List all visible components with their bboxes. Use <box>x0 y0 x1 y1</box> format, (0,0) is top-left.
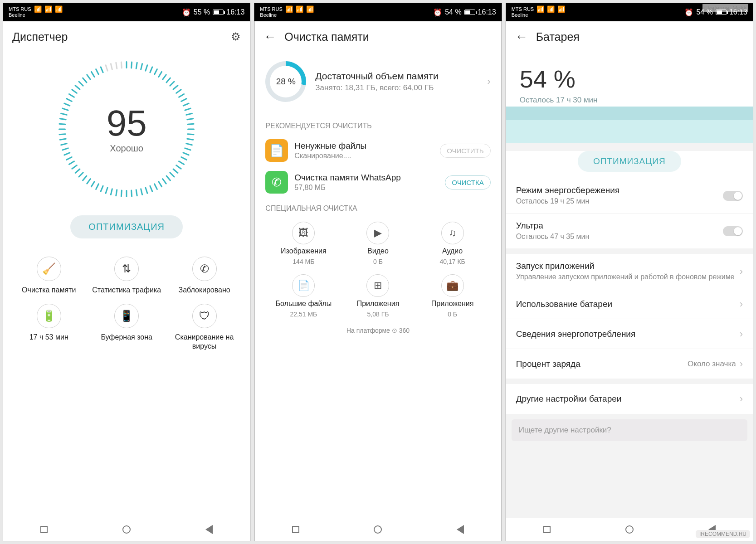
settings-row[interactable]: Запуск приложений Управление запуском пр… <box>506 254 753 289</box>
settings-row[interactable]: Сведения энергопотребления › <box>506 319 753 349</box>
recommend-row: ✆ Очистка памяти WhatsApp 57,80 МБ ОЧИСТ… <box>254 166 501 198</box>
gear-icon[interactable]: ⚙ <box>231 30 241 43</box>
special-title: Большие файлы <box>276 300 332 308</box>
rec-title: Ненужные файлы <box>294 141 434 151</box>
battery-pct-large: 54 % <box>520 65 739 93</box>
special-item[interactable]: 🖼 Изображения 144 МБ <box>268 222 339 265</box>
search-suggestion[interactable]: Ищете другие настройки? <box>512 419 747 441</box>
optimize-button[interactable]: ОПТИМИЗАЦИЯ <box>578 151 681 172</box>
alarm-icon: ⏰ <box>433 8 442 17</box>
signal-icon <box>55 6 63 13</box>
special-item[interactable]: ⊞ Приложения 5,08 ГБ <box>342 274 413 318</box>
battery-icon <box>213 10 224 15</box>
header: Диспетчер ⚙ <box>3 21 250 52</box>
back-arrow-icon[interactable]: ← <box>515 29 528 44</box>
page-title: Очистка памяти <box>284 30 492 44</box>
toggle-row: Ультра Осталось 47 ч 35 мин <box>506 213 753 248</box>
special-size: 0 Б <box>448 311 457 318</box>
signal-icon <box>44 6 52 13</box>
row-sub: Осталось 47 ч 35 мин <box>516 232 723 241</box>
rec-sub: Сканирование.... <box>294 152 434 160</box>
settings-row[interactable]: Процент заряда Около значка › <box>506 349 753 379</box>
phone-cleanup: MTS RUS Beeline ⏰ 54 % 16:13 ← Очистка п… <box>254 3 502 541</box>
rec-sub: 57,80 МБ <box>294 184 439 192</box>
signal-icon <box>557 6 565 13</box>
nav-home-icon[interactable] <box>374 525 382 534</box>
toggle-switch[interactable] <box>723 226 743 236</box>
carrier-2: Beeline <box>512 12 534 18</box>
tool-icon: 📱 <box>114 304 139 328</box>
battery-remaining: Осталось 17 ч 30 мин <box>520 96 739 105</box>
section-special: СПЕЦИАЛЬНАЯ ОЧИСТКА <box>254 198 501 217</box>
tool-label: Сканирование на вирусы <box>168 333 241 351</box>
special-title: Приложения <box>431 300 474 308</box>
battery-icon <box>464 10 475 15</box>
memory-sub: Занято: 18,31 ГБ, всего: 64,00 ГБ <box>315 83 478 92</box>
row-other-settings[interactable]: Другие настройки батареи › <box>506 384 753 414</box>
signal-icon <box>296 6 303 13</box>
special-item[interactable]: 📄 Большие файлы 22,51 МБ <box>268 274 339 318</box>
clean-button: ОЧИСТИТЬ <box>440 144 490 158</box>
clean-button[interactable]: ОЧИСТКА <box>445 175 490 189</box>
special-icon: 📄 <box>292 274 315 297</box>
nav-back-icon[interactable] <box>457 525 464 534</box>
row-title: Режим энергосбережения <box>516 185 723 195</box>
tool-item[interactable]: 🛡 Сканирование на вирусы <box>168 304 241 351</box>
row-sub: Управление запуском приложений и работой… <box>516 272 740 282</box>
special-icon: ♫ <box>441 222 464 244</box>
tool-icon: 🔋 <box>37 304 61 328</box>
header: ← Батарея <box>506 21 753 52</box>
optimize-button[interactable]: ОПТИМИЗАЦИЯ <box>70 215 183 238</box>
special-icon: 🖼 <box>292 222 315 244</box>
special-title: Приложения <box>357 300 400 308</box>
tool-item[interactable]: 📱 Буферная зона <box>90 304 163 351</box>
toggle-switch[interactable] <box>723 191 743 201</box>
nav-home-icon[interactable] <box>122 525 131 534</box>
app-icon: ✆ <box>265 171 288 194</box>
back-arrow-icon[interactable]: ← <box>263 29 276 44</box>
signal-icon <box>537 6 544 13</box>
special-icon: 💼 <box>441 274 464 297</box>
carrier-2: Beeline <box>9 12 31 18</box>
chevron-right-icon: › <box>740 393 743 405</box>
special-title: Изображения <box>281 247 327 255</box>
memory-title: Достаточный объем памяти <box>315 71 478 82</box>
row-title: Процент заряда <box>516 359 688 369</box>
statusbar: MTS RUS Beeline ⏰ 54 % 16:13 <box>254 3 501 21</box>
score-dial: 95 Хорошо <box>59 61 195 197</box>
settings-row[interactable]: Использование батареи › <box>506 289 753 319</box>
battery-pct: 55 % <box>194 8 210 16</box>
tool-item[interactable]: 🔋 17 ч 53 мин <box>12 304 85 351</box>
special-item[interactable]: ▶ Видео 0 Б <box>342 222 413 265</box>
carrier-2: Beeline <box>260 12 283 18</box>
carrier-1: MTS RUS <box>260 6 283 12</box>
tool-item[interactable]: 🧹 Очистка памяти <box>12 257 85 295</box>
special-size: 0 Б <box>373 258 383 265</box>
nav-recent-icon[interactable] <box>292 526 299 533</box>
page-title: Диспетчер <box>12 30 223 44</box>
row-title: Сведения энергопотребления <box>516 329 740 339</box>
special-title: Аудио <box>442 247 463 255</box>
statusbar: MTS RUS Beeline ⏰ 55 % 16:13 <box>3 3 250 21</box>
memory-summary-row[interactable]: 28 % Достаточный объем памяти Занято: 18… <box>254 52 501 116</box>
battery-icon <box>716 10 727 15</box>
nav-recent-icon[interactable] <box>543 526 551 533</box>
phone-battery: Ekaterina_Mokk MTS RUS Beeline ⏰ 54 % 16… <box>506 3 753 541</box>
signal-icon <box>34 6 42 13</box>
tool-label: Заблокировано <box>179 286 230 295</box>
signal-icon <box>306 6 314 13</box>
memory-ring: 28 % <box>265 61 306 102</box>
special-item[interactable]: ♫ Аудио 40,17 КБ <box>417 222 488 265</box>
special-item[interactable]: 💼 Приложения 0 Б <box>417 274 488 318</box>
chevron-right-icon: › <box>740 328 743 340</box>
nav-recent-icon[interactable] <box>40 526 48 533</box>
tool-item[interactable]: ⇅ Статистика трафика <box>90 257 163 295</box>
tool-item[interactable]: ✆ Заблокировано <box>168 257 241 295</box>
signal-icon <box>285 6 293 13</box>
nav-back-icon[interactable] <box>205 525 213 534</box>
row-title: Использование батареи <box>516 299 740 309</box>
special-size: 22,51 МБ <box>290 311 317 318</box>
nav-home-icon[interactable] <box>625 525 634 534</box>
clock-time: 16:13 <box>226 8 244 16</box>
tool-icon: ✆ <box>192 257 217 281</box>
